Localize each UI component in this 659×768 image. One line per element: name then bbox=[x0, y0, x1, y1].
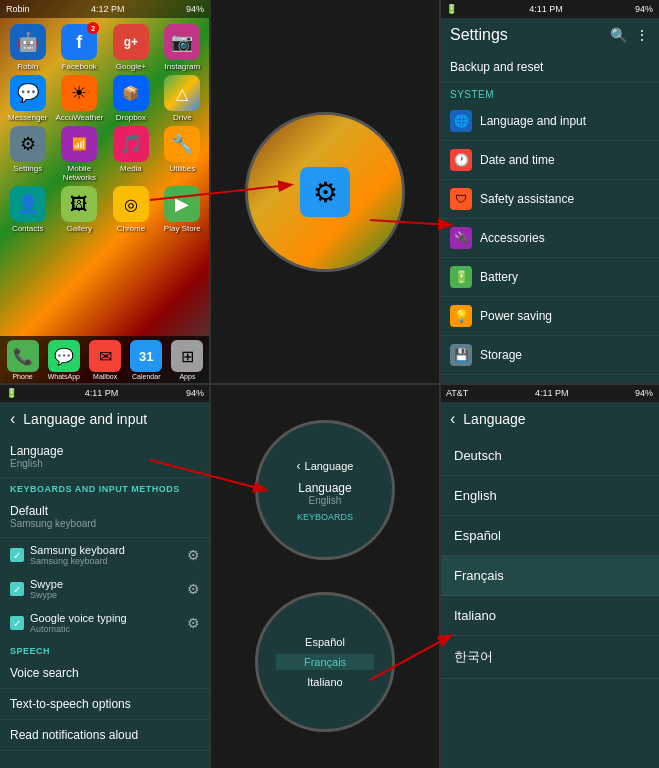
tts-item[interactable]: Text-to-speech options bbox=[0, 689, 210, 720]
dock-phone[interactable]: 📞 Phone bbox=[7, 340, 39, 380]
app-google-plus[interactable]: g+ Google+ bbox=[107, 24, 154, 71]
app-instagram[interactable]: 📷 Instagram bbox=[159, 24, 206, 71]
dock-calendar[interactable]: 31 Calendar bbox=[130, 340, 162, 380]
default-value: Samsung keyboard bbox=[10, 518, 200, 529]
settings-date-time[interactable]: 🕐 Date and time bbox=[440, 141, 659, 180]
samsung-keyboard-item[interactable]: ✓ Samsung keyboard Samsung keyboard ⚙ bbox=[0, 538, 210, 572]
lang-status-bar: 🔋 4:11 PM 94% bbox=[0, 384, 210, 402]
francais-label: Français bbox=[454, 568, 504, 583]
app-chrome[interactable]: ◎ Chrome bbox=[107, 186, 154, 233]
settings-zoom-circle: ⚙ bbox=[245, 112, 405, 272]
more-options-icon[interactable]: ⋮ bbox=[635, 27, 649, 43]
google-voice-name: Google voice typing bbox=[30, 612, 181, 624]
google-voice-subtitle: Automatic bbox=[30, 624, 181, 634]
app-mobile[interactable]: 📶 Mobile Networks bbox=[55, 126, 103, 182]
google-voice-checkbox[interactable]: ✓ bbox=[10, 616, 24, 630]
accessories-icon: 🔌 bbox=[450, 227, 472, 249]
default-label: Default bbox=[10, 504, 200, 518]
swype-subtitle: Swype bbox=[30, 590, 181, 600]
samsung-checkbox[interactable]: ✓ bbox=[10, 548, 24, 562]
date-time-icon: 🕐 bbox=[450, 149, 472, 171]
swype-item[interactable]: ✓ Swype Swype ⚙ bbox=[0, 572, 210, 606]
settings-battery: 94% bbox=[635, 4, 653, 14]
circle-back-icon: ‹ bbox=[297, 459, 301, 473]
carrier-name: Robin bbox=[6, 4, 30, 14]
deutsch-label: Deutsch bbox=[454, 448, 502, 463]
safety-icon: 🛡 bbox=[450, 188, 472, 210]
samsung-gear-icon[interactable]: ⚙ bbox=[187, 547, 200, 563]
search-icon[interactable]: 🔍 bbox=[610, 27, 627, 43]
swype-checkbox[interactable]: ✓ bbox=[10, 582, 24, 596]
circle-lang-title: Language bbox=[305, 460, 354, 472]
lang-select-back-icon[interactable]: ‹ bbox=[450, 410, 455, 428]
language-icon: 🌐 bbox=[450, 110, 472, 132]
app-accuweather[interactable]: ☀ AccuWeather bbox=[55, 75, 103, 122]
settings-title: Settings bbox=[450, 26, 508, 44]
voice-search-item[interactable]: Voice search bbox=[0, 658, 210, 689]
tts-label: Text-to-speech options bbox=[10, 697, 200, 711]
language-item[interactable]: Language English bbox=[0, 436, 210, 478]
settings-status-left: 🔋 bbox=[446, 4, 457, 14]
app-contacts[interactable]: 👤 Contacts bbox=[4, 186, 51, 233]
speech-section-label: SPEECH bbox=[10, 646, 200, 656]
settings-accessories[interactable]: 🔌 Accessories bbox=[440, 219, 659, 258]
lang-espanol[interactable]: Español bbox=[440, 516, 659, 556]
settings-power-saving[interactable]: 💡 Power saving bbox=[440, 297, 659, 336]
lang-italiano[interactable]: Italiano bbox=[440, 596, 659, 636]
app-dropbox[interactable]: 📦 Dropbox bbox=[107, 75, 154, 122]
dock-apps[interactable]: ⊞ Apps bbox=[171, 340, 203, 380]
settings-panel: 🔋 4:11 PM 94% Settings 🔍 ⋮ Backup and re… bbox=[440, 0, 659, 384]
app-drive[interactable]: △ Drive bbox=[159, 75, 206, 122]
lang-korean[interactable]: 한국어 bbox=[440, 636, 659, 679]
app-facebook[interactable]: f 2 Facebook bbox=[55, 24, 103, 71]
home-battery: 94% bbox=[186, 4, 204, 14]
read-notifications-item[interactable]: Read notifications aloud bbox=[0, 720, 210, 751]
lang-deutsch[interactable]: Deutsch bbox=[440, 436, 659, 476]
google-voice-gear-icon[interactable]: ⚙ bbox=[187, 615, 200, 631]
battery-label: Battery bbox=[480, 270, 518, 284]
swype-info: Swype Swype bbox=[30, 578, 181, 600]
settings-language-input[interactable]: 🌐 Language and input bbox=[440, 102, 659, 141]
swype-gear-icon[interactable]: ⚙ bbox=[187, 581, 200, 597]
lang-english[interactable]: English bbox=[440, 476, 659, 516]
language-zoom-circle: ‹ Language Language English KEYBOARDS bbox=[255, 420, 395, 560]
circle-lang-item: Language English KEYBOARDS bbox=[297, 481, 353, 522]
lang-francais[interactable]: Français bbox=[440, 556, 659, 596]
dock-mailbox[interactable]: ✉ Mailbox bbox=[89, 340, 121, 380]
lang-select-status-bar: AT&T 4:11 PM 94% bbox=[440, 384, 659, 402]
circle-keyboards-label: KEYBOARDS bbox=[297, 512, 353, 522]
dock-whatsapp[interactable]: 💬 WhatsApp bbox=[48, 340, 80, 380]
app-messenger[interactable]: 💬 Messenger bbox=[4, 75, 51, 122]
language-select-panel: AT&T 4:11 PM 94% ‹ Language Deutsch Engl… bbox=[440, 384, 659, 768]
google-voice-info: Google voice typing Automatic bbox=[30, 612, 181, 634]
settings-time: 4:11 PM bbox=[529, 4, 563, 14]
keyboards-section: KEYBOARDS AND INPUT METHODS bbox=[0, 478, 210, 496]
settings-safety[interactable]: 🛡 Safety assistance bbox=[440, 180, 659, 219]
lang-select-header: ‹ Language bbox=[440, 402, 659, 436]
app-settings[interactable]: ⚙ Settings bbox=[4, 126, 51, 182]
back-arrow-icon[interactable]: ‹ bbox=[10, 410, 15, 428]
app-robin[interactable]: 🤖 Robin bbox=[4, 24, 51, 71]
circle-francais: Français bbox=[276, 654, 374, 670]
lang-input-title: Language and input bbox=[23, 411, 147, 427]
home-time: 4:12 PM bbox=[91, 4, 125, 14]
default-keyboard-item[interactable]: Default Samsung keyboard bbox=[0, 496, 210, 538]
settings-backup-reset[interactable]: Backup and reset bbox=[440, 52, 659, 83]
power-saving-label: Power saving bbox=[480, 309, 552, 323]
circle-lang-header: ‹ Language bbox=[297, 459, 354, 473]
app-media[interactable]: 🎵 Media bbox=[107, 126, 154, 182]
lang-select-time: 4:11 PM bbox=[535, 388, 569, 398]
lang-select-battery: 94% bbox=[635, 388, 653, 398]
settings-storage[interactable]: 💾 Storage bbox=[440, 336, 659, 375]
app-playstore[interactable]: ▶ Play Store bbox=[159, 186, 206, 233]
app-utilities[interactable]: 🔧 Utilities bbox=[159, 126, 206, 182]
app-grid: 🤖 Robin f 2 Facebook g+ Google+ 📷 Instag… bbox=[0, 20, 210, 237]
samsung-info: Samsung keyboard Samsung keyboard bbox=[30, 544, 181, 566]
google-voice-item[interactable]: ✓ Google voice typing Automatic ⚙ bbox=[0, 606, 210, 640]
dock: 📞 Phone 💬 WhatsApp ✉ Mailbox 31 Calendar… bbox=[0, 336, 210, 384]
circle-lang-list: Español Français Italiano bbox=[276, 634, 374, 690]
circle-lang-sub: English bbox=[297, 495, 353, 506]
settings-battery[interactable]: 🔋 Battery bbox=[440, 258, 659, 297]
app-gallery[interactable]: 🖼 Gallery bbox=[55, 186, 103, 233]
espanol-label: Español bbox=[454, 528, 501, 543]
